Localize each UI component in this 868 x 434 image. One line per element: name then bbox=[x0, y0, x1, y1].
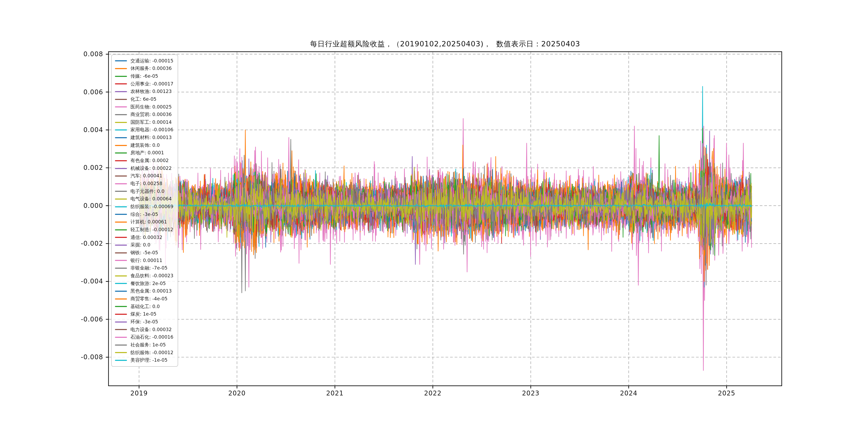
legend-item-label: 商业贸易: 0.00036 bbox=[130, 112, 172, 117]
legend-item-label: 机械设备: 0.00022 bbox=[130, 166, 172, 171]
legend-item-label: 房地产: 0.0001 bbox=[130, 151, 164, 155]
legend-item: 交通运输: -0.00015 bbox=[114, 57, 175, 65]
legend-item-label: 煤炭: 1e-05 bbox=[130, 312, 156, 317]
legend-item-label: 非银金融: -7e-05 bbox=[130, 266, 167, 271]
legend-line-swatch-icon bbox=[115, 168, 127, 169]
legend-item-label: 石油石化: -0.00016 bbox=[130, 335, 173, 340]
legend-line-swatch-icon bbox=[115, 198, 127, 199]
legend-item-label: 计算机: 0.00061 bbox=[130, 220, 167, 224]
legend-item-label: 通信: 0.00032 bbox=[130, 235, 162, 240]
legend-item-label: 医药生物: 0.00025 bbox=[130, 105, 172, 110]
legend-item: 商贸零售: -4e-05 bbox=[114, 295, 175, 303]
legend-item: 家用电器: -0.00106 bbox=[114, 126, 175, 134]
legend-line-swatch-icon bbox=[115, 329, 127, 330]
legend-item: 建筑装饰: 0.0 bbox=[114, 142, 175, 149]
legend-line-swatch-icon bbox=[115, 214, 127, 215]
legend-item-label: 国防军工: 0.00014 bbox=[130, 120, 172, 125]
x-tick-label: 2022 bbox=[411, 390, 454, 397]
legend-item-label: 建筑材料: 0.00013 bbox=[130, 135, 172, 140]
x-tick-label: 2024 bbox=[607, 390, 650, 397]
legend-item-label: 建筑装饰: 0.0 bbox=[130, 143, 160, 148]
legend-item: 食品饮料: -0.00023 bbox=[114, 272, 175, 280]
legend-item: 综合: -3e-05 bbox=[114, 211, 175, 218]
legend-line-swatch-icon bbox=[115, 299, 127, 300]
legend-item-label: 纺织服饰: -0.00012 bbox=[130, 350, 173, 355]
legend-line-swatch-icon bbox=[115, 122, 127, 123]
y-tick-label: -0.008 bbox=[63, 353, 103, 361]
legend-line-swatch-icon bbox=[115, 352, 127, 353]
legend-item: 采掘: 0.0 bbox=[114, 241, 175, 249]
legend-item: 银行: 0.00011 bbox=[114, 257, 175, 265]
legend-line-swatch-icon bbox=[115, 145, 127, 146]
y-tick-label: -0.004 bbox=[63, 278, 103, 285]
legend-line-swatch-icon bbox=[115, 68, 127, 69]
legend-line-swatch-icon bbox=[115, 337, 127, 338]
legend-item: 电子元器件: 0.0 bbox=[114, 188, 175, 195]
legend-item: 公用事业: -0.00017 bbox=[114, 80, 175, 88]
legend-item: 基础化工: 0.0 bbox=[114, 303, 175, 310]
y-tick-label: 0.006 bbox=[63, 88, 103, 96]
legend-line-swatch-icon bbox=[115, 360, 127, 361]
legend-item: 休闲服务: 0.00036 bbox=[114, 65, 175, 72]
legend-item: 美容护理: -1e-05 bbox=[114, 356, 175, 364]
legend-item-label: 纺织服装: -0.00069 bbox=[130, 205, 173, 209]
legend-item-label: 公用事业: -0.00017 bbox=[130, 82, 173, 87]
chart-figure: 每日行业超额风险收益，（20190102,20250403)， 数值表示日：20… bbox=[0, 0, 868, 434]
legend-item-label: 农林牧渔: 0.00123 bbox=[130, 89, 172, 94]
y-tick-label: 0.000 bbox=[63, 202, 103, 210]
legend-item-label: 综合: -3e-05 bbox=[130, 212, 158, 217]
legend-line-swatch-icon bbox=[115, 344, 127, 346]
legend: 交通运输: -0.00015休闲服务: 0.00036传媒: -6e-05公用事… bbox=[111, 54, 178, 367]
legend-item-label: 休闲服务: 0.00036 bbox=[130, 66, 172, 71]
legend-line-swatch-icon bbox=[115, 206, 127, 207]
chart-title: 每日行业超额风险收益，（20190102,20250403)， 数值表示日：20… bbox=[108, 39, 782, 49]
legend-line-swatch-icon bbox=[115, 252, 127, 253]
legend-item: 轻工制造: -0.00012 bbox=[114, 226, 175, 234]
y-tick-label: 0.008 bbox=[63, 50, 103, 58]
legend-item: 电力设备: 0.00032 bbox=[114, 326, 175, 334]
y-tick-label: 0.004 bbox=[63, 126, 103, 134]
legend-line-swatch-icon bbox=[115, 283, 127, 284]
y-tick-label: 0.002 bbox=[63, 164, 103, 172]
legend-item-label: 美容护理: -1e-05 bbox=[130, 358, 167, 363]
legend-line-swatch-icon bbox=[115, 222, 127, 223]
y-tick-label: -0.002 bbox=[63, 240, 103, 247]
x-tick-label: 2020 bbox=[216, 390, 258, 397]
legend-line-swatch-icon bbox=[115, 275, 127, 277]
legend-item-label: 电气设备: 0.00064 bbox=[130, 197, 172, 202]
legend-item: 国防军工: 0.00014 bbox=[114, 118, 175, 126]
legend-item-label: 黑色金属: 0.00013 bbox=[130, 289, 172, 293]
legend-item-label: 电子: 0.00258 bbox=[130, 181, 162, 186]
legend-item: 餐饮旅游: 2e-05 bbox=[114, 280, 175, 287]
legend-item: 纺织服装: -0.00069 bbox=[114, 203, 175, 211]
legend-item: 房地产: 0.0001 bbox=[114, 149, 175, 157]
legend-line-swatch-icon bbox=[115, 229, 127, 230]
legend-item: 黑色金属: 0.00013 bbox=[114, 287, 175, 295]
legend-line-swatch-icon bbox=[115, 321, 127, 322]
legend-item: 钢铁: -5e-05 bbox=[114, 249, 175, 257]
legend-line-swatch-icon bbox=[115, 237, 127, 238]
x-tick-label: 2023 bbox=[509, 390, 552, 397]
x-tick-label: 2019 bbox=[118, 390, 160, 397]
legend-item: 石油石化: -0.00016 bbox=[114, 334, 175, 341]
legend-line-swatch-icon bbox=[115, 137, 127, 138]
legend-item-label: 银行: 0.00011 bbox=[130, 258, 162, 263]
legend-line-swatch-icon bbox=[115, 106, 127, 107]
legend-item-label: 环保: -3e-05 bbox=[130, 320, 158, 324]
legend-item-label: 汽车: 0.00041 bbox=[130, 174, 162, 179]
legend-item: 计算机: 0.00061 bbox=[114, 218, 175, 226]
legend-line-swatch-icon bbox=[115, 314, 127, 315]
legend-item: 汽车: 0.00041 bbox=[114, 172, 175, 180]
legend-line-swatch-icon bbox=[115, 114, 127, 115]
legend-item-label: 有色金属: 0.0002 bbox=[130, 158, 169, 163]
legend-item-label: 交通运输: -0.00015 bbox=[130, 59, 173, 63]
y-tick-label: -0.006 bbox=[63, 316, 103, 323]
legend-item: 商业贸易: 0.00036 bbox=[114, 111, 175, 119]
legend-item: 有色金属: 0.0002 bbox=[114, 157, 175, 165]
legend-line-swatch-icon bbox=[115, 91, 127, 92]
legend-item: 机械设备: 0.00022 bbox=[114, 164, 175, 172]
legend-line-swatch-icon bbox=[115, 306, 127, 307]
legend-item: 电子: 0.00258 bbox=[114, 180, 175, 188]
legend-item-label: 钢铁: -5e-05 bbox=[130, 250, 158, 255]
legend-item-label: 家用电器: -0.00106 bbox=[130, 127, 173, 132]
